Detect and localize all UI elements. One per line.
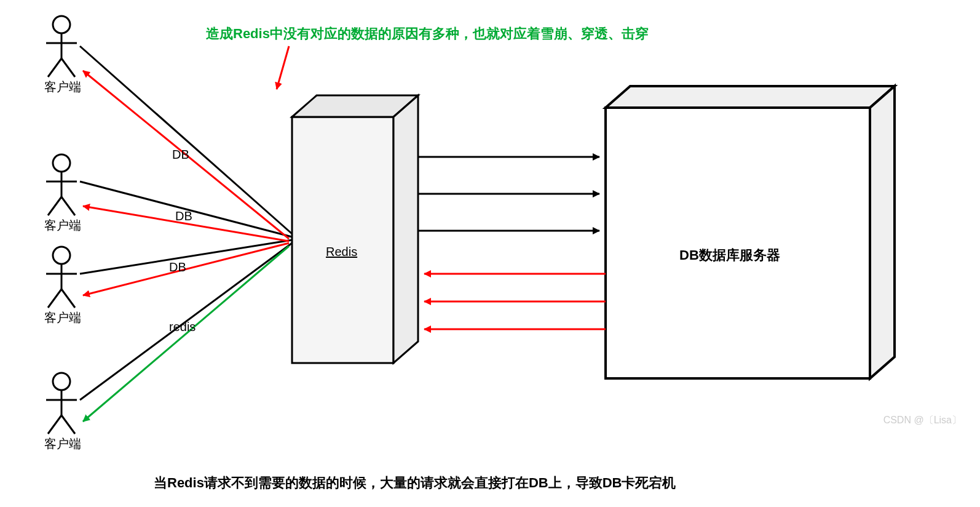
db-label: DB数据库服务器 [679,246,780,265]
client-1-icon [46,16,77,77]
svg-marker-2 [393,95,418,363]
client-1-label: 客户端 [44,79,81,95]
redis-label: Redis [326,245,357,259]
svg-line-9 [48,58,61,77]
svg-line-15 [61,197,75,215]
svg-point-16 [53,247,70,264]
client-4-label: 客户端 [44,436,81,452]
svg-rect-0 [292,117,393,363]
edge-label-1: DB [172,148,189,162]
client-3-label: 客户端 [44,309,81,326]
top-note: 造成Redis中没有对应的数据的原因有多种，也就对应着雪崩、穿透、击穿 [206,25,649,43]
req-line-1 [80,46,292,234]
watermark: CSDN @〔Lisa〕 [883,414,962,427]
svg-line-25 [61,415,75,434]
client-3-icon [46,247,77,308]
edge-label-3: DB [169,260,186,274]
client-2-label: 客户端 [44,217,81,234]
svg-line-20 [61,289,75,308]
svg-point-21 [53,373,70,390]
svg-line-14 [48,197,61,215]
client-4-icon [46,373,77,434]
svg-point-11 [53,154,70,172]
bottom-note: 当Redis请求不到需要的数据的时候，大量的请求就会直接打在DB上，导致DB卡死… [154,474,676,492]
svg-line-10 [61,58,75,77]
svg-line-19 [48,289,61,308]
edge-label-2: DB [175,209,192,223]
diagram-canvas [0,0,980,507]
edge-label-4: redis [169,320,196,334]
svg-marker-5 [870,86,895,378]
db-box [606,86,895,378]
svg-line-24 [48,415,61,434]
note-arrow [277,46,289,89]
svg-rect-3 [606,108,870,378]
redis-box [292,95,418,363]
client-2-icon [46,154,77,215]
svg-point-6 [53,16,70,33]
svg-marker-4 [606,86,895,108]
